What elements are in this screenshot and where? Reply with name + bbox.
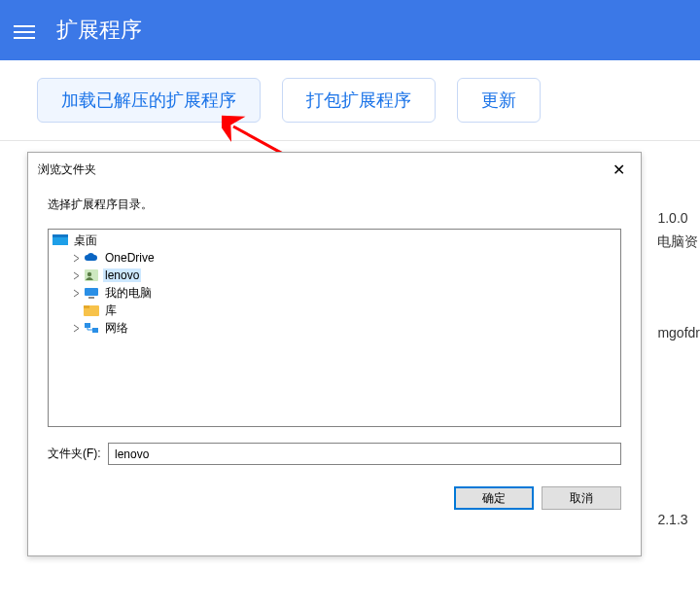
tree-node[interactable]: 我的电脑 [70,284,616,302]
dialog-titlebar: 浏览文件夹 ✕ [28,153,641,187]
folder-field-label: 文件夹(F): [48,446,108,462]
close-icon[interactable]: ✕ [607,159,631,181]
fragment-version-2: 2.1.3 [657,512,700,527]
svg-rect-2 [52,234,68,237]
browse-folder-dialog: 浏览文件夹 ✕ 选择扩展程序目录。 桌面 OneDrivelenovo我的电脑库… [27,152,642,556]
tree-node-label: 网络 [103,320,130,337]
app-header: 扩展程序 [0,0,700,60]
tree-node-label: 桌面 [72,232,99,249]
tree-node[interactable]: OneDrive [70,249,616,267]
background-fragments: 1.0.0 电脑资 mgofdr 2.1.3 [657,202,700,535]
ok-button[interactable]: 确定 [454,486,534,510]
toolbar: 加载已解压的扩展程序 打包扩展程序 更新 [0,60,700,141]
chevron-right-icon[interactable] [70,322,82,334]
lib-icon [84,304,99,317]
fragment-id: mgofdr [657,325,700,340]
dialog-instruction: 选择扩展程序目录。 [28,187,641,229]
cancel-button[interactable]: 取消 [542,486,621,510]
fragment-version-1: 1.0.0 [657,210,700,226]
folder-field-row: 文件夹(F): [48,443,621,465]
folder-tree[interactable]: 桌面 OneDrivelenovo我的电脑库网络 [48,229,621,427]
tree-node[interactable]: 库 [70,302,616,319]
pack-extension-button[interactable]: 打包扩展程序 [282,78,436,123]
svg-rect-5 [85,288,98,296]
net-icon [84,321,99,335]
svg-point-4 [88,272,91,276]
load-unpacked-button[interactable]: 加载已解压的扩展程序 [37,78,261,123]
tree-node-desktop[interactable]: 桌面 [52,232,616,249]
tree-node-label: 库 [103,303,119,319]
menu-icon[interactable] [14,21,35,39]
dialog-buttons: 确定 取消 [28,465,641,523]
svg-rect-9 [85,323,90,328]
update-button[interactable]: 更新 [457,78,541,123]
chevron-right-icon[interactable] [70,287,82,299]
chevron-right-icon[interactable] [70,252,82,264]
tree-node-label: OneDrive [103,251,157,265]
desktop-icon [52,233,68,247]
folder-input[interactable] [108,443,621,465]
cloud-icon [84,251,99,265]
tree-node-label: 我的电脑 [103,285,154,302]
tree-node[interactable]: 网络 [70,319,616,337]
chevron-right-icon[interactable] [70,304,82,316]
page-title: 扩展程序 [56,16,142,45]
svg-rect-8 [84,305,89,308]
dialog-title: 浏览文件夹 [38,161,96,178]
fragment-text-1: 电脑资 [657,233,700,251]
user-icon [84,268,99,282]
tree-node[interactable]: lenovo [70,267,616,284]
chevron-right-icon[interactable] [70,269,82,281]
svg-rect-6 [88,297,94,299]
pc-icon [84,286,99,300]
tree-node-label: lenovo [103,268,141,282]
